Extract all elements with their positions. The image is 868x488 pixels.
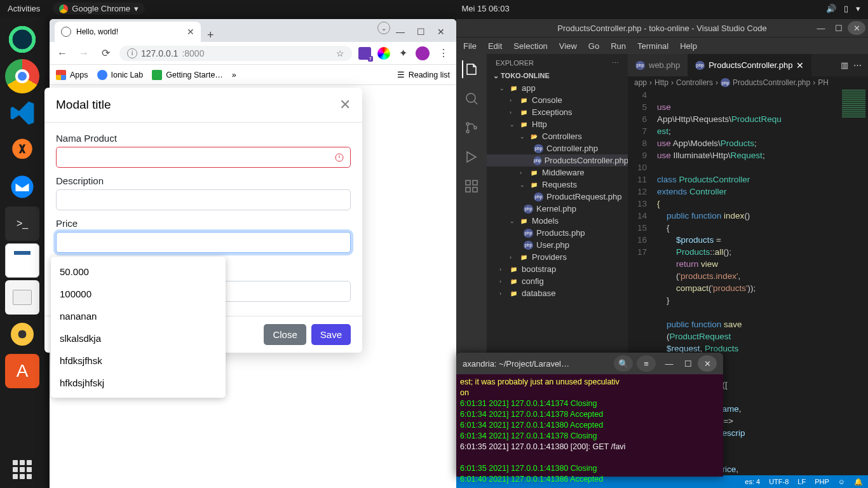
- status-lang[interactable]: PHP: [815, 478, 829, 485]
- tree-folder[interactable]: ›📁database: [487, 287, 628, 299]
- tree-file[interactable]: phpKernel.php: [487, 203, 628, 215]
- menu-go[interactable]: Go: [583, 41, 605, 51]
- terminal-search-icon[interactable]: 🔍: [614, 355, 633, 372]
- price-input[interactable]: [56, 232, 351, 253]
- menu-run[interactable]: Run: [605, 41, 632, 51]
- close-tab-icon[interactable]: ✕: [187, 27, 194, 37]
- tree-folder[interactable]: ⌄📂Controllers: [487, 130, 628, 142]
- maximize-button[interactable]: ☐: [410, 22, 431, 42]
- terminal-menu-icon[interactable]: ≡: [637, 355, 656, 372]
- maximize-button[interactable]: ☐: [679, 355, 698, 372]
- chrome-menu-icon[interactable]: ⋮: [436, 47, 451, 59]
- save-button[interactable]: Save: [311, 324, 351, 345]
- run-debug-icon[interactable]: [463, 148, 480, 166]
- description-input[interactable]: [56, 189, 351, 210]
- tree-file[interactable]: phpProductsController.php: [487, 154, 628, 166]
- status-encoding[interactable]: UTF-8: [769, 478, 789, 485]
- maximize-button[interactable]: ☐: [830, 21, 848, 35]
- autocomplete-option[interactable]: hfdksjfhsk: [51, 349, 226, 372]
- tree-folder[interactable]: ⌄📁Http: [487, 118, 628, 130]
- split-editor-icon[interactable]: ▥: [841, 60, 848, 70]
- minimap[interactable]: [839, 89, 868, 475]
- browser-tab[interactable]: Hello, world! ✕: [55, 22, 201, 42]
- tree-folder[interactable]: ›📁Middleware: [487, 166, 628, 179]
- extensions-icon[interactable]: [463, 177, 480, 195]
- more-icon[interactable]: ⋯: [853, 60, 862, 70]
- menu-file[interactable]: File: [458, 41, 482, 51]
- menu-terminal[interactable]: Terminal: [632, 41, 674, 51]
- battery-icon[interactable]: ▯: [844, 4, 848, 13]
- address-bar[interactable]: i 127.0.0.1:8000 ☆: [119, 46, 352, 61]
- autocomplete-option[interactable]: hfkdsjhfskj: [51, 372, 226, 394]
- tree-file[interactable]: phpProducts.php: [487, 227, 628, 239]
- thunderbird-icon[interactable]: [5, 170, 39, 204]
- editor-tab-products[interactable]: phpProductsController.php✕: [688, 54, 811, 76]
- name-input[interactable]: [56, 147, 351, 168]
- terminal-icon[interactable]: >_: [5, 207, 39, 241]
- chrome-icon[interactable]: [5, 59, 39, 93]
- profile-avatar[interactable]: [416, 46, 430, 60]
- minimize-button[interactable]: —: [390, 22, 410, 42]
- extension-icon[interactable]: [377, 47, 390, 60]
- tree-folder[interactable]: ›📁Providers: [487, 251, 628, 263]
- bookmark-ionic[interactable]: Ionic Lab: [97, 70, 144, 80]
- tree-folder[interactable]: ⌄📁app: [487, 82, 628, 94]
- chevron-down-icon[interactable]: ▾: [856, 4, 860, 13]
- terminal-output[interactable]: est; it was probably just an unused spec…: [456, 374, 723, 487]
- tree-folder[interactable]: ⌄📁Requests: [487, 179, 628, 191]
- tree-folder[interactable]: ›📁bootstrap: [487, 263, 628, 275]
- tree-file[interactable]: phpProductRequest.php: [487, 191, 628, 203]
- tree-folder[interactable]: ›📁Exceptions: [487, 106, 628, 118]
- clock[interactable]: Mei 15 06:03: [145, 4, 826, 13]
- tree-folder[interactable]: ⌄📁Models: [487, 215, 628, 227]
- minimize-button[interactable]: —: [812, 21, 830, 35]
- tree-folder[interactable]: ›📁config: [487, 275, 628, 287]
- activities-button[interactable]: Activities: [8, 4, 40, 13]
- account-dropdown-icon[interactable]: ⌄: [377, 22, 390, 34]
- close-button[interactable]: Close: [264, 324, 306, 345]
- files-icon[interactable]: [5, 280, 39, 315]
- status-eol[interactable]: LF: [797, 478, 806, 485]
- notifications-icon[interactable]: 🔔: [854, 478, 863, 486]
- tree-file[interactable]: phpController.php: [487, 142, 628, 154]
- source-control-icon[interactable]: [463, 119, 480, 137]
- extension-icon[interactable]: 7: [358, 47, 371, 60]
- tree-folder[interactable]: ›📁Console: [487, 94, 628, 106]
- bookmark-star-icon[interactable]: ☆: [336, 48, 344, 58]
- menu-edit[interactable]: Edit: [482, 41, 508, 51]
- workspace-root[interactable]: ⌄ TOKO-ONLINE: [487, 70, 628, 82]
- libreoffice-writer-icon[interactable]: [5, 243, 39, 278]
- menu-selection[interactable]: Selection: [508, 41, 553, 51]
- breadcrumbs[interactable]: app › Http › Controllers › php ProductsC…: [628, 76, 868, 89]
- bookmark-getting-started[interactable]: Getting Starte…: [152, 70, 223, 80]
- xampp-icon[interactable]: [5, 133, 39, 167]
- back-button[interactable]: ←: [55, 48, 70, 59]
- autocomplete-option[interactable]: slkalsdkja: [51, 327, 226, 349]
- volume-icon[interactable]: 🔊: [826, 4, 836, 13]
- close-tab-icon[interactable]: ✕: [796, 60, 804, 71]
- bookmark-overflow[interactable]: »: [232, 71, 236, 79]
- extensions-menu-icon[interactable]: ✦: [397, 47, 409, 60]
- more-icon[interactable]: ⋯: [612, 59, 619, 67]
- search-icon[interactable]: [463, 90, 480, 107]
- rhythmbox-icon[interactable]: [5, 317, 39, 351]
- editor-tab-web[interactable]: phpweb.php: [628, 54, 688, 76]
- menu-view[interactable]: View: [553, 41, 583, 51]
- autocomplete-option[interactable]: 50.000: [51, 261, 226, 283]
- reload-button[interactable]: ⟳: [98, 47, 113, 59]
- menu-help[interactable]: Help: [674, 41, 703, 51]
- autocomplete-option[interactable]: nananan: [51, 305, 226, 327]
- new-tab-button[interactable]: +: [201, 29, 220, 42]
- explorer-icon[interactable]: [462, 60, 480, 78]
- reading-list-button[interactable]: ☰Reading list: [397, 70, 450, 79]
- site-info-icon[interactable]: i: [127, 48, 137, 58]
- ubuntu-software-icon[interactable]: A: [5, 354, 39, 388]
- feedback-icon[interactable]: ☺: [838, 478, 845, 485]
- minimize-button[interactable]: —: [660, 355, 679, 372]
- modal-close-button[interactable]: ✕: [339, 97, 351, 113]
- show-apps-icon[interactable]: [13, 460, 32, 479]
- apps-shortcut[interactable]: Apps: [56, 70, 88, 80]
- tree-file[interactable]: phpUser.php: [487, 239, 628, 251]
- autocomplete-option[interactable]: 100000: [51, 283, 226, 305]
- close-window-button[interactable]: ✕: [848, 21, 865, 35]
